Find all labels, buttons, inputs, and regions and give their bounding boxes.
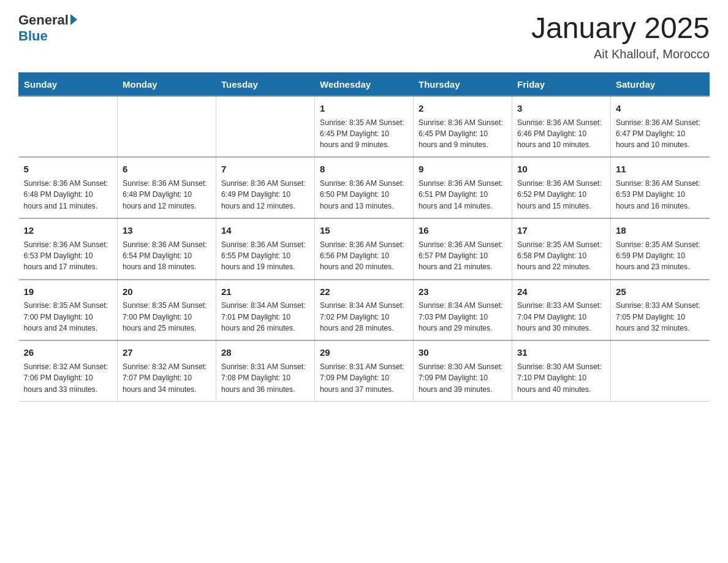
- weekday-header-saturday: Saturday: [611, 72, 710, 96]
- calendar-cell: 31Sunrise: 8:30 AM Sunset: 7:10 PM Dayli…: [512, 340, 611, 401]
- day-number: 21: [221, 285, 309, 299]
- day-number: 5: [24, 163, 113, 176]
- day-number: 20: [123, 285, 211, 299]
- day-info: Sunrise: 8:33 AM Sunset: 7:05 PM Dayligh…: [616, 300, 705, 334]
- day-info: Sunrise: 8:36 AM Sunset: 6:50 PM Dayligh…: [320, 178, 408, 212]
- calendar-cell: [216, 96, 315, 158]
- calendar-week-row: 5Sunrise: 8:36 AM Sunset: 6:48 PM Daylig…: [19, 157, 710, 218]
- calendar-cell: 10Sunrise: 8:36 AM Sunset: 6:52 PM Dayli…: [512, 157, 611, 218]
- day-number: 12: [24, 224, 113, 237]
- day-info: Sunrise: 8:32 AM Sunset: 7:07 PM Dayligh…: [123, 361, 211, 395]
- day-info: Sunrise: 8:35 AM Sunset: 6:58 PM Dayligh…: [517, 239, 605, 273]
- location-subtitle: Ait Khallouf, Morocco: [531, 47, 710, 61]
- day-number: 18: [616, 224, 705, 237]
- calendar-cell: 19Sunrise: 8:35 AM Sunset: 7:00 PM Dayli…: [19, 280, 118, 341]
- day-number: 3: [517, 102, 605, 115]
- calendar-cell: 13Sunrise: 8:36 AM Sunset: 6:54 PM Dayli…: [118, 218, 216, 280]
- calendar-cell: 1Sunrise: 8:35 AM Sunset: 6:45 PM Daylig…: [315, 96, 414, 158]
- day-number: 31: [517, 346, 605, 359]
- month-title: January 2025: [531, 12, 710, 45]
- calendar-cell: 4Sunrise: 8:36 AM Sunset: 6:47 PM Daylig…: [611, 96, 710, 158]
- calendar-cell: 23Sunrise: 8:34 AM Sunset: 7:03 PM Dayli…: [414, 280, 512, 341]
- day-info: Sunrise: 8:36 AM Sunset: 6:47 PM Dayligh…: [616, 117, 705, 151]
- day-info: Sunrise: 8:36 AM Sunset: 6:52 PM Dayligh…: [517, 178, 605, 212]
- day-info: Sunrise: 8:32 AM Sunset: 7:06 PM Dayligh…: [24, 361, 113, 395]
- day-info: Sunrise: 8:36 AM Sunset: 6:48 PM Dayligh…: [24, 178, 113, 212]
- day-number: 24: [517, 285, 605, 299]
- calendar-cell: 16Sunrise: 8:36 AM Sunset: 6:57 PM Dayli…: [414, 218, 512, 280]
- logo-triangle-icon: [70, 14, 77, 25]
- calendar-cell: 20Sunrise: 8:35 AM Sunset: 7:00 PM Dayli…: [118, 280, 216, 341]
- weekday-header-sunday: Sunday: [19, 72, 118, 96]
- calendar-cell: 6Sunrise: 8:36 AM Sunset: 6:48 PM Daylig…: [118, 157, 216, 218]
- day-number: 28: [221, 346, 309, 359]
- day-info: Sunrise: 8:30 AM Sunset: 7:10 PM Dayligh…: [517, 361, 605, 395]
- day-info: Sunrise: 8:34 AM Sunset: 7:01 PM Dayligh…: [221, 300, 309, 334]
- calendar-cell: 12Sunrise: 8:36 AM Sunset: 6:53 PM Dayli…: [19, 218, 118, 280]
- page-header: General Blue January 2025 Ait Khallouf, …: [18, 12, 710, 61]
- day-number: 11: [616, 163, 705, 176]
- calendar-cell: 21Sunrise: 8:34 AM Sunset: 7:01 PM Dayli…: [216, 280, 315, 341]
- day-info: Sunrise: 8:35 AM Sunset: 6:59 PM Dayligh…: [616, 239, 705, 273]
- weekday-header-thursday: Thursday: [414, 72, 512, 96]
- day-info: Sunrise: 8:34 AM Sunset: 7:02 PM Dayligh…: [320, 300, 408, 334]
- day-number: 26: [24, 346, 113, 359]
- weekday-header-row: SundayMondayTuesdayWednesdayThursdayFrid…: [19, 72, 710, 96]
- logo-blue-text: Blue: [18, 28, 48, 44]
- calendar-cell: 5Sunrise: 8:36 AM Sunset: 6:48 PM Daylig…: [19, 157, 118, 218]
- day-info: Sunrise: 8:36 AM Sunset: 6:45 PM Dayligh…: [419, 117, 507, 151]
- day-info: Sunrise: 8:36 AM Sunset: 6:49 PM Dayligh…: [221, 178, 309, 212]
- calendar-cell: 7Sunrise: 8:36 AM Sunset: 6:49 PM Daylig…: [216, 157, 315, 218]
- title-area: January 2025 Ait Khallouf, Morocco: [531, 12, 710, 61]
- calendar-cell: 17Sunrise: 8:35 AM Sunset: 6:58 PM Dayli…: [512, 218, 611, 280]
- day-info: Sunrise: 8:30 AM Sunset: 7:09 PM Dayligh…: [419, 361, 507, 395]
- day-info: Sunrise: 8:36 AM Sunset: 6:53 PM Dayligh…: [24, 239, 113, 273]
- day-info: Sunrise: 8:36 AM Sunset: 6:54 PM Dayligh…: [123, 239, 211, 273]
- calendar-cell: 8Sunrise: 8:36 AM Sunset: 6:50 PM Daylig…: [315, 157, 414, 218]
- day-info: Sunrise: 8:36 AM Sunset: 6:56 PM Dayligh…: [320, 239, 408, 273]
- calendar-table: SundayMondayTuesdayWednesdayThursdayFrid…: [18, 72, 710, 402]
- day-number: 6: [123, 163, 211, 176]
- day-info: Sunrise: 8:36 AM Sunset: 6:51 PM Dayligh…: [419, 178, 507, 212]
- day-info: Sunrise: 8:36 AM Sunset: 6:46 PM Dayligh…: [517, 117, 605, 151]
- day-number: 16: [419, 224, 507, 237]
- calendar-week-row: 26Sunrise: 8:32 AM Sunset: 7:06 PM Dayli…: [19, 340, 710, 401]
- day-number: 8: [320, 163, 408, 176]
- day-number: 19: [24, 285, 113, 299]
- calendar-cell: 27Sunrise: 8:32 AM Sunset: 7:07 PM Dayli…: [118, 340, 216, 401]
- day-number: 15: [320, 224, 408, 237]
- day-info: Sunrise: 8:36 AM Sunset: 6:55 PM Dayligh…: [221, 239, 309, 273]
- calendar-cell: 18Sunrise: 8:35 AM Sunset: 6:59 PM Dayli…: [611, 218, 710, 280]
- day-number: 30: [419, 346, 507, 359]
- day-info: Sunrise: 8:33 AM Sunset: 7:04 PM Dayligh…: [517, 300, 605, 334]
- weekday-header-monday: Monday: [118, 72, 216, 96]
- day-number: 2: [419, 102, 507, 115]
- calendar-cell: 15Sunrise: 8:36 AM Sunset: 6:56 PM Dayli…: [315, 218, 414, 280]
- weekday-header-wednesday: Wednesday: [315, 72, 414, 96]
- calendar-week-row: 19Sunrise: 8:35 AM Sunset: 7:00 PM Dayli…: [19, 280, 710, 341]
- day-number: 9: [419, 163, 507, 176]
- weekday-header-tuesday: Tuesday: [216, 72, 315, 96]
- calendar-cell: 22Sunrise: 8:34 AM Sunset: 7:02 PM Dayli…: [315, 280, 414, 341]
- calendar-cell: 24Sunrise: 8:33 AM Sunset: 7:04 PM Dayli…: [512, 280, 611, 341]
- calendar-cell: 25Sunrise: 8:33 AM Sunset: 7:05 PM Dayli…: [611, 280, 710, 341]
- calendar-cell: 30Sunrise: 8:30 AM Sunset: 7:09 PM Dayli…: [414, 340, 512, 401]
- logo-general-text: General: [18, 12, 69, 28]
- calendar-cell: [118, 96, 216, 158]
- day-info: Sunrise: 8:36 AM Sunset: 6:57 PM Dayligh…: [419, 239, 507, 273]
- calendar-cell: 14Sunrise: 8:36 AM Sunset: 6:55 PM Dayli…: [216, 218, 315, 280]
- day-number: 23: [419, 285, 507, 299]
- calendar-cell: 29Sunrise: 8:31 AM Sunset: 7:09 PM Dayli…: [315, 340, 414, 401]
- day-info: Sunrise: 8:35 AM Sunset: 7:00 PM Dayligh…: [24, 300, 113, 334]
- day-info: Sunrise: 8:35 AM Sunset: 7:00 PM Dayligh…: [123, 300, 211, 334]
- day-info: Sunrise: 8:31 AM Sunset: 7:08 PM Dayligh…: [221, 361, 309, 395]
- calendar-cell: 26Sunrise: 8:32 AM Sunset: 7:06 PM Dayli…: [19, 340, 118, 401]
- day-number: 13: [123, 224, 211, 237]
- calendar-week-row: 12Sunrise: 8:36 AM Sunset: 6:53 PM Dayli…: [19, 218, 710, 280]
- day-number: 10: [517, 163, 605, 176]
- calendar-week-row: 1Sunrise: 8:35 AM Sunset: 6:45 PM Daylig…: [19, 96, 710, 158]
- day-number: 27: [123, 346, 211, 359]
- day-number: 4: [616, 102, 705, 115]
- day-number: 29: [320, 346, 408, 359]
- day-number: 7: [221, 163, 309, 176]
